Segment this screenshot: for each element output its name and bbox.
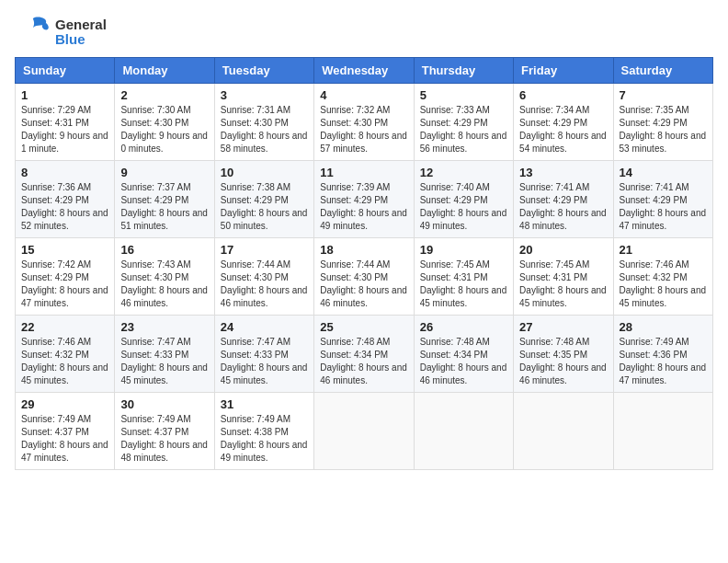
day-info: Sunrise: 7:39 AMSunset: 4:29 PMDaylight:… bbox=[320, 182, 407, 231]
day-number: 31 bbox=[221, 397, 308, 411]
day-info: Sunrise: 7:44 AMSunset: 4:30 PMDaylight:… bbox=[221, 259, 308, 308]
day-number: 28 bbox=[620, 320, 707, 334]
day-number: 5 bbox=[420, 88, 507, 102]
day-number: 6 bbox=[519, 88, 607, 102]
day-number: 8 bbox=[21, 166, 108, 179]
day-info: Sunrise: 7:49 AMSunset: 4:36 PMDaylight:… bbox=[620, 337, 707, 385]
calendar-week-row: 1Sunrise: 7:29 AMSunset: 4:31 PMDaylight… bbox=[16, 84, 713, 161]
day-info: Sunrise: 7:30 AMSunset: 4:30 PMDaylight:… bbox=[120, 105, 208, 154]
day-info: Sunrise: 7:46 AMSunset: 4:32 PMDaylight:… bbox=[21, 337, 108, 385]
calendar-day-cell: 3Sunrise: 7:31 AMSunset: 4:30 PMDaylight… bbox=[214, 84, 313, 161]
calendar-day-cell: 9Sunrise: 7:37 AMSunset: 4:29 PMDaylight… bbox=[115, 161, 214, 238]
calendar-day-cell bbox=[514, 393, 613, 470]
day-number: 17 bbox=[221, 243, 308, 257]
calendar-day-cell: 15Sunrise: 7:42 AMSunset: 4:29 PMDayligh… bbox=[16, 238, 115, 316]
weekday-header: Tuesday bbox=[214, 58, 313, 84]
day-info: Sunrise: 7:32 AMSunset: 4:30 PMDaylight:… bbox=[320, 105, 407, 154]
day-info: Sunrise: 7:43 AMSunset: 4:30 PMDaylight:… bbox=[120, 259, 208, 308]
day-number: 10 bbox=[221, 166, 308, 179]
calendar-week-row: 8Sunrise: 7:36 AMSunset: 4:29 PMDaylight… bbox=[16, 161, 713, 238]
calendar-day-cell bbox=[613, 393, 712, 470]
page-header: General Blue bbox=[15, 15, 713, 50]
day-info: Sunrise: 7:33 AMSunset: 4:29 PMDaylight:… bbox=[420, 105, 507, 154]
day-info: Sunrise: 7:31 AMSunset: 4:30 PMDaylight:… bbox=[221, 105, 308, 154]
calendar-week-row: 15Sunrise: 7:42 AMSunset: 4:29 PMDayligh… bbox=[16, 238, 713, 316]
calendar-day-cell: 2Sunrise: 7:30 AMSunset: 4:30 PMDaylight… bbox=[115, 84, 214, 161]
calendar-day-cell bbox=[414, 393, 513, 470]
calendar-day-cell: 28Sunrise: 7:49 AMSunset: 4:36 PMDayligh… bbox=[613, 316, 712, 393]
day-info: Sunrise: 7:47 AMSunset: 4:33 PMDaylight:… bbox=[120, 337, 208, 385]
day-number: 7 bbox=[620, 88, 707, 102]
calendar-week-row: 22Sunrise: 7:46 AMSunset: 4:32 PMDayligh… bbox=[16, 316, 713, 393]
calendar-day-cell: 7Sunrise: 7:35 AMSunset: 4:29 PMDaylight… bbox=[613, 84, 712, 161]
calendar-day-cell: 16Sunrise: 7:43 AMSunset: 4:30 PMDayligh… bbox=[115, 238, 214, 316]
weekday-header: Thursday bbox=[414, 58, 513, 84]
day-number: 3 bbox=[221, 88, 308, 102]
day-info: Sunrise: 7:36 AMSunset: 4:29 PMDaylight:… bbox=[21, 182, 108, 231]
day-info: Sunrise: 7:49 AMSunset: 4:37 PMDaylight:… bbox=[120, 414, 208, 463]
calendar-day-cell: 13Sunrise: 7:41 AMSunset: 4:29 PMDayligh… bbox=[514, 161, 613, 238]
day-info: Sunrise: 7:44 AMSunset: 4:30 PMDaylight:… bbox=[320, 259, 407, 308]
logo-blue-text: Blue bbox=[55, 32, 107, 48]
day-number: 15 bbox=[21, 243, 108, 257]
day-number: 18 bbox=[320, 243, 407, 257]
day-info: Sunrise: 7:48 AMSunset: 4:35 PMDaylight:… bbox=[519, 337, 607, 385]
day-number: 23 bbox=[120, 320, 208, 334]
weekday-header: Monday bbox=[115, 58, 214, 84]
day-number: 14 bbox=[620, 166, 707, 179]
day-info: Sunrise: 7:34 AMSunset: 4:29 PMDaylight:… bbox=[519, 105, 607, 154]
calendar-day-cell: 11Sunrise: 7:39 AMSunset: 4:29 PMDayligh… bbox=[314, 161, 414, 238]
weekday-header: Sunday bbox=[16, 58, 115, 84]
day-number: 27 bbox=[519, 320, 607, 334]
day-number: 20 bbox=[519, 243, 607, 257]
calendar-table: SundayMondayTuesdayWednesdayThursdayFrid… bbox=[15, 57, 713, 470]
day-info: Sunrise: 7:41 AMSunset: 4:29 PMDaylight:… bbox=[620, 182, 707, 231]
day-info: Sunrise: 7:37 AMSunset: 4:29 PMDaylight:… bbox=[120, 182, 208, 231]
day-number: 11 bbox=[320, 166, 407, 179]
calendar-day-cell: 12Sunrise: 7:40 AMSunset: 4:29 PMDayligh… bbox=[414, 161, 513, 238]
calendar-header-row: SundayMondayTuesdayWednesdayThursdayFrid… bbox=[16, 58, 713, 84]
logo-general-text: General bbox=[55, 17, 107, 33]
day-info: Sunrise: 7:49 AMSunset: 4:37 PMDaylight:… bbox=[21, 414, 108, 463]
calendar-day-cell: 10Sunrise: 7:38 AMSunset: 4:29 PMDayligh… bbox=[214, 161, 313, 238]
calendar-day-cell: 21Sunrise: 7:46 AMSunset: 4:32 PMDayligh… bbox=[613, 238, 712, 316]
day-number: 21 bbox=[620, 243, 707, 257]
calendar-day-cell: 29Sunrise: 7:49 AMSunset: 4:37 PMDayligh… bbox=[16, 393, 115, 470]
day-number: 13 bbox=[519, 166, 607, 179]
day-number: 26 bbox=[420, 320, 507, 334]
day-info: Sunrise: 7:47 AMSunset: 4:33 PMDaylight:… bbox=[221, 337, 308, 385]
day-info: Sunrise: 7:29 AMSunset: 4:31 PMDaylight:… bbox=[21, 105, 108, 154]
calendar-day-cell: 20Sunrise: 7:45 AMSunset: 4:31 PMDayligh… bbox=[514, 238, 613, 316]
day-number: 1 bbox=[21, 88, 108, 102]
calendar-day-cell: 19Sunrise: 7:45 AMSunset: 4:31 PMDayligh… bbox=[414, 238, 513, 316]
calendar-day-cell bbox=[314, 393, 414, 470]
day-number: 29 bbox=[21, 397, 108, 411]
day-number: 19 bbox=[420, 243, 507, 257]
calendar-day-cell: 1Sunrise: 7:29 AMSunset: 4:31 PMDaylight… bbox=[16, 84, 115, 161]
calendar-body: 1Sunrise: 7:29 AMSunset: 4:31 PMDaylight… bbox=[16, 84, 713, 470]
calendar-day-cell: 24Sunrise: 7:47 AMSunset: 4:33 PMDayligh… bbox=[214, 316, 313, 393]
calendar-day-cell: 18Sunrise: 7:44 AMSunset: 4:30 PMDayligh… bbox=[314, 238, 414, 316]
calendar-day-cell: 23Sunrise: 7:47 AMSunset: 4:33 PMDayligh… bbox=[115, 316, 214, 393]
calendar-day-cell: 4Sunrise: 7:32 AMSunset: 4:30 PMDaylight… bbox=[314, 84, 414, 161]
day-info: Sunrise: 7:46 AMSunset: 4:32 PMDaylight:… bbox=[620, 259, 707, 308]
day-number: 22 bbox=[21, 320, 108, 334]
day-number: 2 bbox=[120, 88, 208, 102]
day-number: 25 bbox=[320, 320, 407, 334]
day-info: Sunrise: 7:35 AMSunset: 4:29 PMDaylight:… bbox=[620, 105, 707, 154]
logo: General Blue bbox=[15, 15, 107, 50]
calendar-day-cell: 30Sunrise: 7:49 AMSunset: 4:37 PMDayligh… bbox=[115, 393, 214, 470]
weekday-header: Friday bbox=[514, 58, 613, 84]
day-number: 9 bbox=[120, 166, 208, 179]
day-info: Sunrise: 7:49 AMSunset: 4:38 PMDaylight:… bbox=[221, 414, 308, 463]
day-info: Sunrise: 7:41 AMSunset: 4:29 PMDaylight:… bbox=[519, 182, 607, 231]
day-info: Sunrise: 7:45 AMSunset: 4:31 PMDaylight:… bbox=[420, 259, 507, 308]
weekday-header: Saturday bbox=[613, 58, 712, 84]
weekday-header: Wednesday bbox=[314, 58, 414, 84]
day-number: 16 bbox=[120, 243, 208, 257]
day-number: 4 bbox=[320, 88, 407, 102]
calendar-day-cell: 14Sunrise: 7:41 AMSunset: 4:29 PMDayligh… bbox=[613, 161, 712, 238]
day-info: Sunrise: 7:38 AMSunset: 4:29 PMDaylight:… bbox=[221, 182, 308, 231]
day-number: 12 bbox=[420, 166, 507, 179]
calendar-day-cell: 26Sunrise: 7:48 AMSunset: 4:34 PMDayligh… bbox=[414, 316, 513, 393]
